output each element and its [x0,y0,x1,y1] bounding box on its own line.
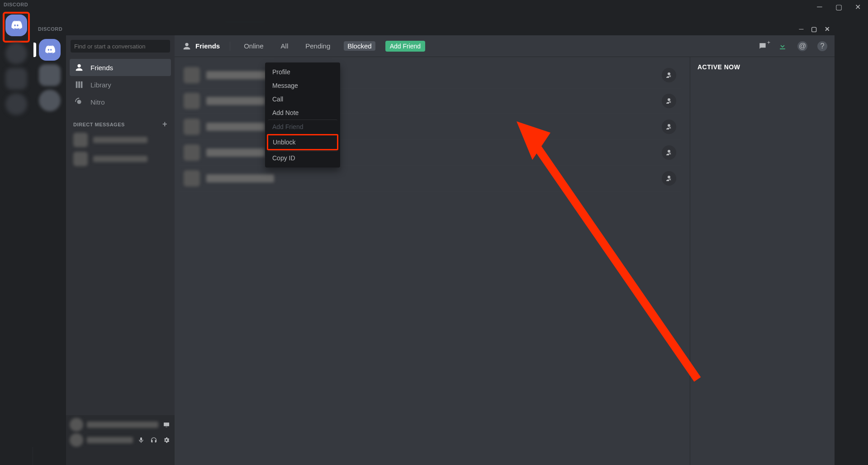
ctx-unblock[interactable]: Unblock [267,134,338,150]
dm-heading: DIRECT MESSAGES + [66,112,175,131]
dm-heading-label: DIRECT MESSAGES [73,122,125,127]
add-dm-icon[interactable]: + [162,120,167,129]
dm-list [66,131,175,415]
dm-item[interactable] [70,131,171,149]
username-blur [206,174,274,182]
avatar [184,67,200,83]
outer-server-list [0,9,33,465]
context-menu: Profile Message Call Add Note Add Friend… [265,62,340,168]
active-now-title: ACTIVE NOW [697,63,827,71]
sidebar-item-label: Library [90,81,111,89]
help-icon[interactable]: ? [817,41,827,51]
username-blur [206,123,265,131]
home-server-highlight [3,12,30,43]
tab-blocked[interactable]: Blocked [344,41,375,51]
unblock-user-icon[interactable] [662,68,676,82]
ctx-call[interactable]: Call [268,92,337,106]
username-blur [206,97,265,105]
close-icon[interactable]: ✕ [825,25,830,33]
dm-item[interactable] [70,150,171,168]
friends-icon [182,41,192,51]
outer-titlebar: DISCORD [0,0,868,9]
username-blur [87,422,158,428]
main-content: Friends Online All Pending Blocked Add F… [175,35,835,465]
headphones-icon[interactable] [149,436,158,445]
tab-online[interactable]: Online [240,41,267,51]
server-button[interactable] [39,64,61,86]
avatar [184,144,200,161]
unblock-user-icon[interactable] [662,120,676,134]
inner-app-title: DISCORD [38,26,62,32]
page-title: Friends [182,41,220,51]
discord-logo-icon [10,19,23,32]
user-panel [66,415,175,465]
download-icon[interactable] [778,41,787,51]
screen-share-icon[interactable] [162,420,171,429]
sidebar-item-friends[interactable]: Friends [70,59,171,76]
friend-row[interactable] [179,114,681,140]
dm-sidebar: Friends Library Nitro DIRECT MESSAGES [66,35,175,465]
inner-titlebar: DISCORD ─ ▢ ✕ [33,23,835,35]
main-header: Friends Online All Pending Blocked Add F… [175,35,835,57]
unblock-user-icon[interactable] [662,145,676,160]
sidebar-item-label: Nitro [90,98,105,106]
search-input[interactable] [71,40,170,53]
library-icon [74,80,84,90]
divider [230,42,230,51]
friend-row[interactable] [179,62,681,88]
sidebar-item-label: Friends [90,64,113,72]
server-button[interactable] [39,90,61,111]
mic-icon[interactable] [137,436,146,445]
friend-row[interactable] [179,88,681,114]
username-blur [206,149,265,157]
blocked-users-list: Profile Message Call Add Note Add Friend… [175,57,690,465]
home-server-button[interactable] [39,39,61,61]
tab-pending[interactable]: Pending [302,41,334,51]
minimize-icon[interactable]: ─ [799,25,804,33]
active-now-panel: ACTIVE NOW [690,57,835,465]
nitro-icon [74,97,84,107]
app-title: DISCORD [4,2,28,7]
avatar[interactable] [70,433,83,447]
ctx-message[interactable]: Message [268,79,337,92]
maximize-icon[interactable]: ▢ [811,25,817,33]
svg-point-0 [77,100,81,104]
svg-rect-2 [166,427,167,427]
ctx-profile[interactable]: Profile [268,65,337,79]
server-button[interactable] [5,43,27,64]
svg-rect-1 [164,422,169,426]
search-container [66,35,175,57]
inner-window: DISCORD ─ ▢ ✕ [33,23,835,465]
mentions-icon[interactable]: @ [797,41,807,51]
server-button[interactable] [5,93,27,115]
friend-row[interactable] [179,140,681,166]
gear-icon[interactable] [162,436,171,445]
friend-row[interactable] [179,166,681,192]
unblock-user-icon[interactable] [662,171,676,186]
sidebar-item-library[interactable]: Library [70,76,171,93]
ctx-add-friend: Add Friend [268,120,337,134]
tab-all[interactable]: All [277,41,292,51]
unblock-user-icon[interactable] [662,94,676,108]
sidebar-item-nitro[interactable]: Nitro [70,93,171,110]
home-server-button[interactable] [5,14,27,36]
avatar[interactable] [70,418,83,431]
server-list [33,35,66,465]
ctx-add-note[interactable]: Add Note [268,106,337,120]
avatar [184,170,200,187]
discord-logo-icon [44,44,56,56]
username-blur [87,437,133,443]
avatar [184,119,200,135]
server-button[interactable] [5,68,27,90]
friends-icon [74,62,84,72]
outer-window: DISCORD ─ ▢ ✕ ● — — Add Friend 💬+ [0,0,868,465]
avatar [184,93,200,109]
add-friend-button[interactable]: Add Friend [385,41,425,52]
ctx-copy-id[interactable]: Copy ID [268,151,337,165]
new-group-dm-icon[interactable] [758,41,768,51]
